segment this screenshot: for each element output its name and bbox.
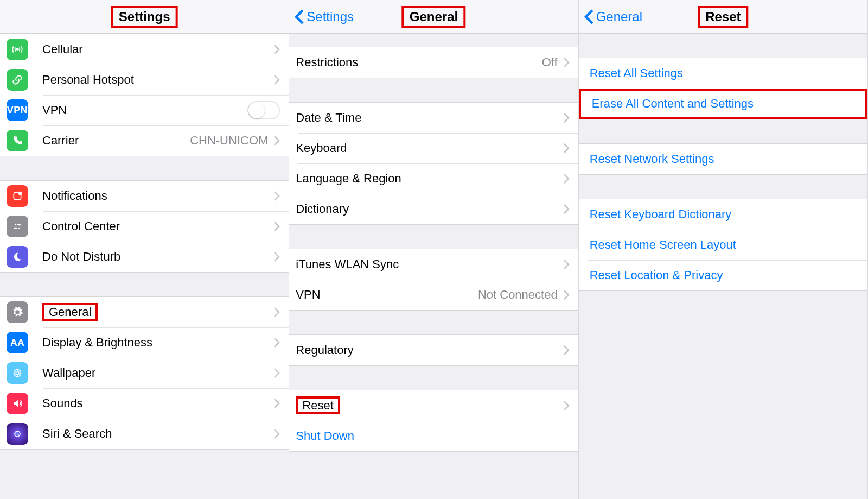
chevron-right-icon — [563, 345, 570, 356]
chevron-right-icon — [273, 135, 280, 146]
row-hotspot[interactable]: Personal Hotspot — [0, 65, 289, 95]
svg-point-5 — [18, 228, 20, 229]
back-label: General — [596, 9, 642, 24]
row-dictionary[interactable]: Dictionary — [289, 194, 578, 224]
row-label: Siri & Search — [42, 427, 273, 441]
back-button[interactable]: Settings — [289, 9, 354, 25]
chevron-right-icon — [273, 428, 280, 439]
row-cellular[interactable]: Cellular — [0, 34, 289, 65]
svg-point-8 — [16, 372, 19, 375]
row-itunes-sync[interactable]: iTunes WLAN Sync — [289, 249, 578, 280]
chevron-right-icon — [563, 143, 570, 154]
row-sounds[interactable]: Sounds — [0, 388, 289, 419]
row-notifications[interactable]: Notifications — [0, 181, 289, 211]
row-label: Reset Home Screen Layout — [590, 238, 859, 252]
row-reset-all-settings[interactable]: Reset All Settings — [579, 58, 867, 89]
group: Regulatory — [289, 334, 578, 366]
chevron-right-icon — [273, 191, 280, 201]
row-general[interactable]: General — [0, 297, 289, 327]
row-label: iTunes WLAN Sync — [296, 257, 563, 271]
row-vpn-general[interactable]: VPN Not Connected — [289, 280, 578, 310]
row-language[interactable]: Language & Region — [289, 163, 578, 194]
siri-icon — [7, 423, 28, 445]
row-label: Reset Location & Privacy — [590, 268, 859, 282]
group: Reset All Settings Erase All Content and… — [579, 58, 867, 119]
row-value: Off — [542, 55, 558, 70]
row-erase-all[interactable]: Erase All Content and Settings — [579, 89, 867, 119]
row-label: Sounds — [42, 396, 273, 410]
row-reset-network[interactable]: Reset Network Settings — [579, 144, 867, 174]
page-title: Reset — [698, 6, 748, 28]
group-gap — [579, 175, 867, 199]
speaker-icon — [7, 393, 28, 414]
gear-icon — [7, 301, 28, 323]
row-control-center[interactable]: Control Center — [0, 211, 289, 242]
group: Date & Time Keyboard Language & Region D… — [289, 102, 578, 225]
svg-rect-6 — [14, 228, 17, 229]
group-gap — [289, 34, 578, 47]
link-icon — [7, 69, 28, 91]
chevron-right-icon — [563, 112, 570, 123]
chevron-right-icon — [273, 398, 280, 409]
row-label: Shut Down — [296, 429, 569, 443]
group-gap — [0, 156, 289, 180]
group-gap — [579, 291, 867, 499]
row-shut-down[interactable]: Shut Down — [289, 421, 578, 451]
row-wallpaper[interactable]: Wallpaper — [0, 358, 289, 388]
navbar-settings: Settings — [0, 0, 289, 34]
group: Reset Shut Down — [289, 390, 578, 452]
svg-point-0 — [16, 48, 18, 50]
row-label: Date & Time — [296, 111, 563, 125]
row-reset-keyboard[interactable]: Reset Keyboard Dictionary — [579, 199, 867, 230]
row-reset-location[interactable]: Reset Location & Privacy — [579, 260, 867, 290]
row-label: Regulatory — [296, 343, 563, 357]
chevron-right-icon — [563, 289, 570, 300]
row-restrictions[interactable]: Restrictions Off — [289, 47, 578, 78]
row-keyboard[interactable]: Keyboard — [289, 133, 578, 163]
navbar-reset: General Reset — [579, 0, 867, 34]
row-label: Cellular — [42, 42, 273, 56]
notifications-icon — [7, 185, 28, 207]
row-regulatory[interactable]: Regulatory — [289, 335, 578, 365]
row-vpn[interactable]: VPN VPN — [0, 95, 289, 125]
settings-panel: Settings Cellular Personal Hotspot VPN V… — [0, 0, 289, 499]
row-siri[interactable]: Siri & Search — [0, 419, 289, 449]
display-icon: AA — [7, 332, 28, 353]
row-display[interactable]: AA Display & Brightness — [0, 327, 289, 358]
chevron-right-icon — [563, 400, 570, 411]
group-gap — [289, 78, 578, 102]
chevron-right-icon — [273, 307, 280, 318]
chevron-right-icon — [563, 57, 570, 68]
row-reset[interactable]: Reset — [289, 390, 578, 421]
navbar-general: Settings General — [289, 0, 578, 34]
antenna-icon — [7, 39, 28, 60]
row-label: Keyboard — [296, 141, 563, 155]
group: Notifications Control Center Do Not Dist… — [0, 180, 289, 273]
vpn-icon: VPN — [7, 99, 28, 121]
row-label: General — [42, 305, 273, 319]
svg-rect-4 — [17, 224, 21, 225]
row-label: Do Not Disturb — [42, 250, 273, 264]
group: Cellular Personal Hotspot VPN VPN Carrie… — [0, 34, 289, 156]
row-dnd[interactable]: Do Not Disturb — [0, 242, 289, 272]
chevron-right-icon — [273, 337, 280, 348]
row-reset-home[interactable]: Reset Home Screen Layout — [579, 230, 867, 260]
wallpaper-icon — [7, 362, 28, 384]
row-label: Carrier — [42, 134, 190, 148]
vpn-toggle[interactable] — [247, 101, 280, 119]
row-label: Personal Hotspot — [42, 73, 273, 87]
group-gap — [289, 311, 578, 334]
row-label: Display & Brightness — [42, 336, 273, 350]
svg-point-3 — [15, 224, 16, 225]
row-date-time[interactable]: Date & Time — [289, 103, 578, 133]
row-label: Wallpaper — [42, 366, 273, 380]
chevron-right-icon — [273, 221, 280, 232]
row-label: Control Center — [42, 219, 273, 233]
row-carrier[interactable]: Carrier CHN-UNICOM — [0, 125, 289, 156]
chevron-right-icon — [273, 251, 280, 262]
moon-icon — [7, 246, 28, 268]
row-label: Reset — [296, 399, 563, 413]
row-label: Reset All Settings — [590, 66, 859, 80]
back-button[interactable]: General — [579, 9, 642, 25]
row-label: Reset Keyboard Dictionary — [590, 207, 859, 222]
